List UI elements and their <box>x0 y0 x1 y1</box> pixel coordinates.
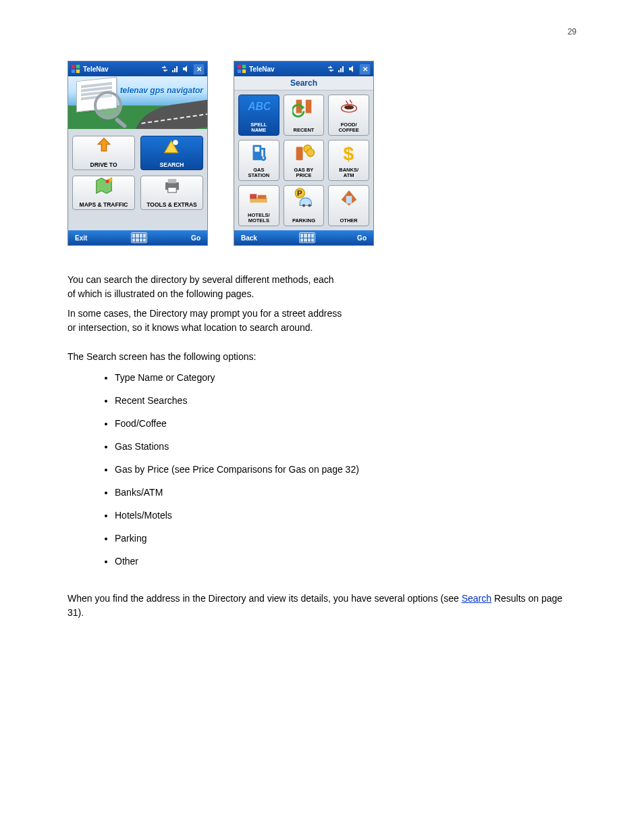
recent-button[interactable]: RECENT <box>284 95 325 136</box>
parking-icon: P <box>292 188 315 207</box>
svg-point-34 <box>302 204 305 207</box>
tile-label: RECENT <box>294 128 315 133</box>
svg-text:ABC: ABC <box>247 101 270 113</box>
svg-rect-11 <box>167 179 176 183</box>
speaker-icon[interactable] <box>348 65 356 73</box>
close-icon[interactable]: ✕ <box>193 63 205 75</box>
spell-name-button[interactable]: ABC SPELL NAME <box>238 95 279 136</box>
drive-to-icon <box>94 138 114 154</box>
screenshot-row: TeleNav ✕ telenav gps navigator DRIV <box>68 61 576 246</box>
gas-price-icon <box>292 143 315 162</box>
tile-label: TOOLS & EXTRAS <box>146 202 196 208</box>
banks-atm-button[interactable]: $ BANKS/ ATM <box>328 140 369 181</box>
svg-rect-4 <box>172 70 173 72</box>
svg-point-22 <box>344 105 354 109</box>
page-number: 29 <box>568 27 576 36</box>
tile-label: GAS STATION <box>248 167 269 178</box>
parking-button[interactable]: P PARKING <box>284 185 325 226</box>
svg-rect-18 <box>340 68 342 72</box>
sync-icon[interactable] <box>161 65 169 73</box>
list-item: Recent Searches <box>115 389 576 412</box>
bottom-bar: Back Go <box>234 230 373 245</box>
list-item: Parking <box>115 527 576 550</box>
home-banner: telenav gps navigator <box>68 76 207 129</box>
list-item: Food/Coffee <box>115 412 576 435</box>
tile-label: BANKS/ ATM <box>339 167 358 178</box>
exit-button[interactable]: Exit <box>75 234 87 242</box>
windows-start-icon[interactable] <box>71 64 80 74</box>
svg-rect-0 <box>72 65 75 68</box>
svg-rect-5 <box>174 68 176 72</box>
gas-by-price-button[interactable]: GAS BY PRICE <box>284 140 325 181</box>
screenshot-search: TeleNav ✕ Search ABC SPELL NAME RECENT <box>234 61 374 246</box>
svg-rect-30 <box>250 194 257 199</box>
list-item: Other <box>115 550 576 573</box>
keyboard-icon[interactable] <box>131 232 147 243</box>
other-button[interactable]: OTHER <box>328 185 369 226</box>
abc-icon: ABC <box>247 98 270 117</box>
maps-traffic-button[interactable]: MAPS & TRAFFIC <box>72 176 135 210</box>
road-icon <box>132 99 207 129</box>
search-header: Search <box>234 76 373 90</box>
keyboard-icon[interactable] <box>299 232 315 243</box>
intro-paragraph: You can search the directory by several … <box>68 273 576 301</box>
list-item: Hotels/Motels <box>115 504 576 527</box>
svg-rect-24 <box>255 147 260 152</box>
svg-rect-13 <box>238 65 241 68</box>
close-icon[interactable]: ✕ <box>359 63 371 75</box>
back-button[interactable]: Back <box>241 234 257 242</box>
svg-rect-36 <box>346 196 352 203</box>
gas-station-button[interactable]: GAS STATION <box>238 140 279 181</box>
recent-icon <box>292 98 315 117</box>
other-icon <box>338 188 360 207</box>
signal-icon[interactable] <box>338 65 346 73</box>
food-coffee-button[interactable]: FOOD/ COFFEE <box>328 95 369 136</box>
svg-point-27 <box>306 149 314 156</box>
titlebar-app-name: TeleNav <box>83 66 109 73</box>
options-list: Type Name or Category Recent Searches Fo… <box>68 366 576 573</box>
tile-label: DRIVE TO <box>90 162 117 168</box>
go-button[interactable]: Go <box>191 234 200 242</box>
svg-point-35 <box>308 204 311 207</box>
after-paragraph: When you find the address in the Directo… <box>68 592 576 620</box>
sync-icon[interactable] <box>327 65 335 73</box>
intro-note: In some cases, the Directory may prompt … <box>68 307 576 335</box>
svg-point-8 <box>105 180 109 183</box>
speaker-icon[interactable] <box>182 65 190 73</box>
svg-rect-25 <box>296 147 303 161</box>
search-results-link[interactable]: Search <box>462 593 491 604</box>
svg-point-9 <box>109 178 112 182</box>
drive-to-button[interactable]: DRIVE TO <box>72 136 135 170</box>
go-button[interactable]: Go <box>357 234 367 242</box>
search-grid: ABC SPELL NAME RECENT FOOD/ COFFEE GAS S… <box>234 90 373 230</box>
banner-text: telenav gps navigator <box>120 86 203 95</box>
screenshot-home: TeleNav ✕ telenav gps navigator DRIV <box>68 61 208 246</box>
dollar-icon: $ <box>338 143 360 162</box>
tile-label: SPELL NAME <box>250 122 267 133</box>
svg-rect-15 <box>238 70 241 73</box>
tile-label: HOTELS/ MOTELS <box>248 213 270 224</box>
tile-label: SEARCH <box>160 162 184 168</box>
coffee-icon <box>338 98 360 117</box>
svg-rect-1 <box>76 65 80 68</box>
magnifier-icon <box>94 91 122 120</box>
svg-rect-19 <box>342 66 344 72</box>
tile-label: OTHER <box>340 218 358 224</box>
tile-label: FOOD/ COFFEE <box>338 122 358 133</box>
svg-rect-12 <box>167 188 176 193</box>
svg-rect-14 <box>242 65 246 68</box>
svg-text:$: $ <box>343 142 354 164</box>
list-item: Type Name or Category <box>115 366 576 389</box>
titlebar-app-name: TeleNav <box>249 66 275 73</box>
signal-icon[interactable] <box>171 65 180 73</box>
search-button[interactable]: SEARCH <box>140 136 203 170</box>
options-intro: The Search screen has the following opti… <box>68 351 576 362</box>
svg-text:P: P <box>297 189 302 197</box>
svg-rect-31 <box>258 195 267 199</box>
window-titlebar: TeleNav ✕ <box>234 61 373 76</box>
bed-icon <box>247 188 270 207</box>
windows-start-icon[interactable] <box>237 64 246 74</box>
svg-rect-17 <box>338 70 340 72</box>
tools-extras-button[interactable]: TOOLS & EXTRAS <box>140 176 203 210</box>
hotels-motels-button[interactable]: HOTELS/ MOTELS <box>238 185 279 226</box>
